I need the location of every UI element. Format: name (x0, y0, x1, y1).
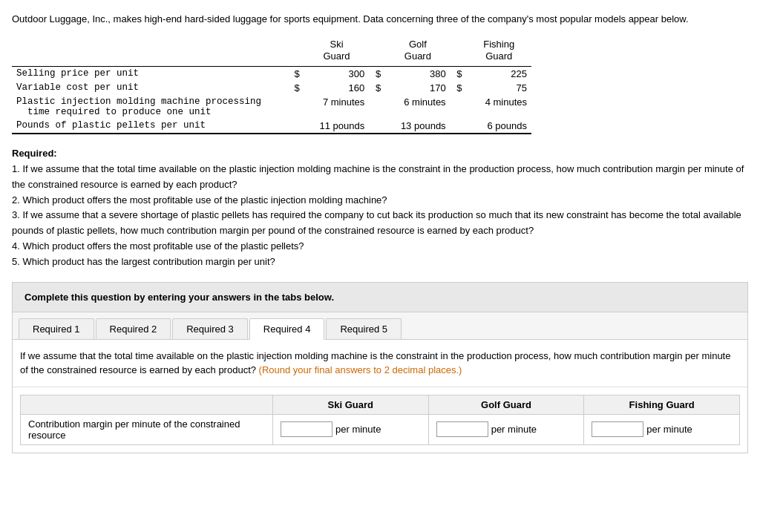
row-ski-plastic: 7 minutes (304, 95, 370, 119)
required-section: Required: 1. If we assume that the total… (12, 146, 748, 269)
golf-per-minute-label: per minute (491, 424, 537, 435)
table-row: Variable cost per unit $ 160 $ 170 $ 75 (12, 81, 531, 95)
ski-per-minute-label: per minute (335, 424, 381, 435)
complete-box-text: Complete this question by entering your … (24, 292, 334, 303)
row-golf-pounds: 13 pounds (385, 119, 451, 134)
tab-orange-text: (Round your final answers to 2 decimal p… (259, 364, 462, 375)
tab-required3[interactable]: Required 3 (172, 318, 248, 339)
tab-required1[interactable]: Required 1 (19, 318, 94, 339)
req-item-4: 4. Which product offers the most profita… (12, 239, 748, 254)
table-row: Pounds of plastic pellets per unit 11 po… (12, 119, 531, 134)
row-ski-pounds: 11 pounds (304, 119, 370, 134)
intro-text: Outdoor Luggage, Inc., makes high-end ha… (12, 12, 748, 27)
data-table-wrapper: SkiGuard GolfGuard FishingGuard Selling … (12, 37, 748, 135)
row-label-pounds: Pounds of plastic pellets per unit (12, 119, 288, 134)
required-heading: Required: (12, 148, 57, 159)
req-item-2: 2. Which product offers the most profita… (12, 193, 748, 208)
row-fishing-plastic: 4 minutes (467, 95, 532, 119)
row-dollar-variable3: $ (451, 81, 467, 95)
row-label-plastic: Plastic injection molding machine proces… (12, 95, 288, 119)
answer-row-label: Contribution margin per minute of the co… (21, 414, 273, 444)
golf-input-group: per minute (436, 421, 537, 437)
row-golf-plastic: 6 minutes (385, 95, 451, 119)
answer-table-header-row: Ski Guard Golf Guard Fishing Guard (21, 395, 740, 414)
table-row: Plastic injection molding machine proces… (12, 95, 531, 119)
row-ski-selling: 300 (304, 67, 370, 82)
row-dollar-pounds2 (369, 119, 385, 134)
row-dollar-plastic (288, 95, 304, 119)
answer-ski-cell: per minute (273, 414, 429, 444)
ski-input-group: per minute (281, 421, 381, 437)
fishing-input-group: per minute (592, 421, 692, 437)
row-dollar-pounds (288, 119, 304, 134)
header-fishing: FishingGuard (467, 37, 532, 67)
row-dollar-selling: $ (288, 67, 304, 82)
tab-required4[interactable]: Required 4 (249, 318, 325, 340)
golf-input[interactable] (436, 421, 488, 437)
answer-header-label (21, 395, 273, 414)
tab-content-area: If we assume that the total time availab… (13, 340, 747, 387)
row-dollar-plastic2 (369, 95, 385, 119)
data-table: SkiGuard GolfGuard FishingGuard Selling … (12, 37, 531, 135)
row-golf-variable: 170 (385, 81, 451, 95)
ski-input[interactable] (281, 421, 332, 437)
row-dollar-variable: $ (288, 81, 304, 95)
row-dollar-plastic3 (451, 95, 467, 119)
tab-required2[interactable]: Required 2 (96, 318, 171, 339)
header-empty-label (12, 37, 288, 67)
header-dollar-empty2 (369, 37, 385, 67)
row-label-selling: Selling price per unit (12, 67, 288, 82)
header-ski: SkiGuard (304, 37, 370, 67)
row-dollar-pounds3 (451, 119, 467, 134)
header-dollar-empty (288, 37, 304, 67)
row-label-variable: Variable cost per unit (12, 81, 288, 95)
tabs-container: Required 1 Required 2 Required 3 Require… (12, 312, 748, 453)
row-fishing-variable: 75 (467, 81, 532, 95)
tab-required5[interactable]: Required 5 (326, 318, 402, 339)
complete-box: Complete this question by entering your … (12, 282, 748, 312)
table-row: Selling price per unit $ 300 $ 380 $ 225 (12, 67, 531, 82)
header-dollar-empty3 (451, 37, 467, 67)
fishing-input[interactable] (592, 421, 643, 437)
req-item-1: 1. If we assume that the total time avai… (12, 162, 748, 193)
row-fishing-selling: 225 (467, 67, 532, 82)
row-ski-variable: 160 (304, 81, 370, 95)
row-dollar-variable2: $ (369, 81, 385, 95)
answer-table-row: Contribution margin per minute of the co… (21, 414, 740, 444)
answer-golf-cell: per minute (428, 414, 584, 444)
answer-header-golf: Golf Guard (428, 395, 584, 414)
answer-fishing-cell: per minute (584, 414, 740, 444)
req-item-5: 5. Which product has the largest contrib… (12, 254, 748, 270)
header-golf: GolfGuard (385, 37, 451, 67)
answer-table: Ski Guard Golf Guard Fishing Guard Contr… (20, 395, 740, 445)
answer-table-wrapper: Ski Guard Golf Guard Fishing Guard Contr… (13, 387, 747, 453)
req-item-3: 3. If we assume that a severe shortage o… (12, 208, 748, 239)
row-dollar-selling3: $ (451, 67, 467, 82)
row-fishing-pounds: 6 pounds (467, 119, 532, 134)
answer-header-ski: Ski Guard (273, 395, 429, 414)
fishing-per-minute-label: per minute (646, 424, 692, 435)
answer-header-fishing: Fishing Guard (584, 395, 740, 414)
row-dollar-selling2: $ (369, 67, 385, 82)
tabs-row: Required 1 Required 2 Required 3 Require… (13, 312, 747, 340)
row-golf-selling: 380 (385, 67, 451, 82)
